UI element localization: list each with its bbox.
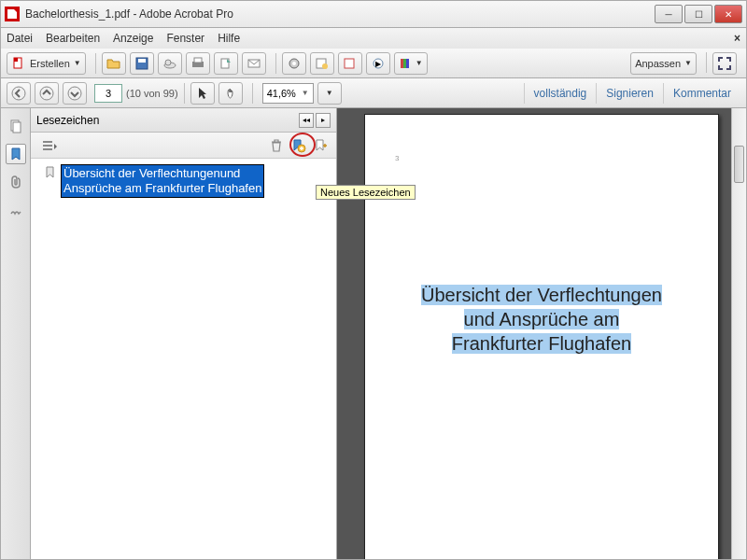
nav-signatures-icon[interactable] <box>6 200 26 220</box>
bookmark-item[interactable]: Übersicht der Verflechtungenund Ansprüch… <box>35 162 332 200</box>
svg-rect-25 <box>43 145 52 147</box>
tool-c-icon: ▶ <box>371 56 386 71</box>
tool-b-button[interactable] <box>338 52 362 75</box>
svg-point-20 <box>40 87 53 100</box>
select-tool-button[interactable] <box>190 82 215 105</box>
zoom-combo[interactable]: 41,6% ▼ <box>262 83 314 104</box>
print-button[interactable] <box>186 52 210 75</box>
page-input[interactable] <box>94 84 122 103</box>
svg-rect-26 <box>43 148 52 150</box>
document-title: Übersicht der Verflechtungen und Ansprüc… <box>384 283 699 356</box>
minimize-button[interactable]: ─ <box>655 5 683 23</box>
maximize-button[interactable]: ☐ <box>684 5 712 23</box>
nav-attachments-icon[interactable] <box>6 172 26 192</box>
next-page-button[interactable] <box>63 82 87 105</box>
menu-fenster[interactable]: Fenster <box>166 32 204 45</box>
menu-bearbeiten[interactable]: Bearbeiten <box>46 32 100 45</box>
toolbar-main: Erstellen ▼ ▶ ▼ Anpassen▼ <box>0 49 747 78</box>
panel-header: Lesezeichen ◂◂ ▸ <box>31 108 336 133</box>
svg-rect-6 <box>194 58 202 63</box>
panel-next-button[interactable]: ▸ <box>316 113 331 128</box>
menu-datei[interactable]: Datei <box>7 32 33 45</box>
svg-rect-17 <box>403 59 406 68</box>
menu-hilfe[interactable]: Hilfe <box>218 32 240 45</box>
first-page-button[interactable] <box>7 82 31 105</box>
doc-title-l2: und Ansprüche am <box>464 309 620 329</box>
gear-icon <box>287 56 302 71</box>
save-button[interactable] <box>130 52 154 75</box>
chevron-down-icon: ▼ <box>302 89 309 97</box>
anpassen-label: Anpassen <box>635 58 681 69</box>
folder-open-icon <box>106 56 121 71</box>
tool-b-icon <box>343 56 358 71</box>
menu-anzeige[interactable]: Anzeige <box>113 32 153 45</box>
anpassen-button[interactable]: Anpassen▼ <box>630 52 697 75</box>
menu-close-icon[interactable]: × <box>734 32 740 45</box>
create-label: Erstellen <box>30 58 70 69</box>
bookmark-add-icon <box>291 138 306 153</box>
svg-point-21 <box>68 87 81 100</box>
new-bookmark-button[interactable] <box>289 136 308 155</box>
page-total-label: (10 von 99) <box>126 88 178 99</box>
hand-icon <box>223 86 238 101</box>
close-button[interactable]: ✕ <box>714 5 742 23</box>
scrollbar-thumb[interactable] <box>734 146 744 183</box>
app-icon <box>5 7 20 21</box>
tool-c-button[interactable]: ▶ <box>366 52 390 75</box>
fullscreen-button[interactable] <box>712 52 737 75</box>
share-button[interactable] <box>214 52 238 75</box>
svg-text:▶: ▶ <box>375 60 382 68</box>
panel-options-button[interactable] <box>40 136 59 155</box>
kommentar-button[interactable]: Kommentar <box>663 83 740 104</box>
email-button[interactable] <box>242 52 266 75</box>
bookmark-list: Neues Lesezeichen Übersicht der Verflech… <box>31 159 336 559</box>
svg-point-12 <box>322 63 328 69</box>
create-icon <box>11 56 26 71</box>
nav-bookmarks-icon[interactable] <box>6 144 26 164</box>
menubar: Datei Bearbeiten Anzeige Fenster Hilfe × <box>0 28 747 49</box>
panel-prev-button[interactable]: ◂◂ <box>299 113 314 128</box>
doc-title-l3: Frankfurter Flughafen <box>452 333 631 354</box>
bookmark-extra-icon <box>314 138 329 153</box>
gear-button[interactable] <box>282 52 306 75</box>
arrow-down-icon <box>67 86 82 101</box>
svg-rect-2 <box>138 59 146 63</box>
cloud-icon <box>162 56 177 71</box>
delete-bookmark-button[interactable] <box>267 136 286 155</box>
create-button[interactable]: Erstellen ▼ <box>7 52 86 75</box>
svg-rect-18 <box>406 59 409 68</box>
bookmarks-panel: Lesezeichen ◂◂ ▸ Neues Lesezeichen Übers… <box>31 108 337 559</box>
expand-icon <box>717 56 732 71</box>
open-button[interactable] <box>102 52 126 75</box>
svg-rect-23 <box>13 122 21 133</box>
arrow-up-icon <box>39 86 54 101</box>
nav-pages-icon[interactable] <box>6 116 26 136</box>
bookmark-extra-button[interactable] <box>312 136 331 155</box>
zoom-value: 41,6% <box>267 88 296 99</box>
tool-d-button[interactable]: ▼ <box>394 52 428 75</box>
window-titlebar: Bachelorthesis_1.pdf - Adobe Acrobat Pro… <box>0 0 747 28</box>
cloud-button[interactable] <box>158 52 182 75</box>
arrow-first-icon <box>11 86 26 101</box>
prev-page-button[interactable] <box>35 82 59 105</box>
svg-rect-24 <box>43 141 52 143</box>
document-page[interactable]: 3 Übersicht der Verflechtungen und Anspr… <box>364 114 719 559</box>
hand-tool-button[interactable] <box>218 82 243 105</box>
tool-a-button[interactable] <box>310 52 334 75</box>
bookmark-item-icon <box>44 166 57 179</box>
window-title: Bachelorthesis_1.pdf - Adobe Acrobat Pro <box>25 7 653 21</box>
rainbow-icon <box>399 56 414 71</box>
signieren-button[interactable]: Signieren <box>596 83 663 104</box>
zoom-extra-button[interactable]: ▼ <box>317 82 342 105</box>
svg-point-4 <box>165 60 171 65</box>
bookmark-text-line1: Übersicht der Verflechtungenund <box>63 166 261 181</box>
trash-icon <box>269 138 284 153</box>
share-icon <box>218 56 233 71</box>
vertical-scrollbar[interactable] <box>731 108 746 559</box>
vollstaendig-button[interactable]: vollständig <box>524 83 597 104</box>
bookmark-edit-field[interactable]: Übersicht der Verflechtungenund Ansprüch… <box>61 164 264 198</box>
svg-point-19 <box>12 87 25 100</box>
page-number: 3 <box>395 154 399 162</box>
envelope-icon <box>247 56 261 71</box>
document-area[interactable]: 3 Übersicht der Verflechtungen und Anspr… <box>337 108 746 559</box>
